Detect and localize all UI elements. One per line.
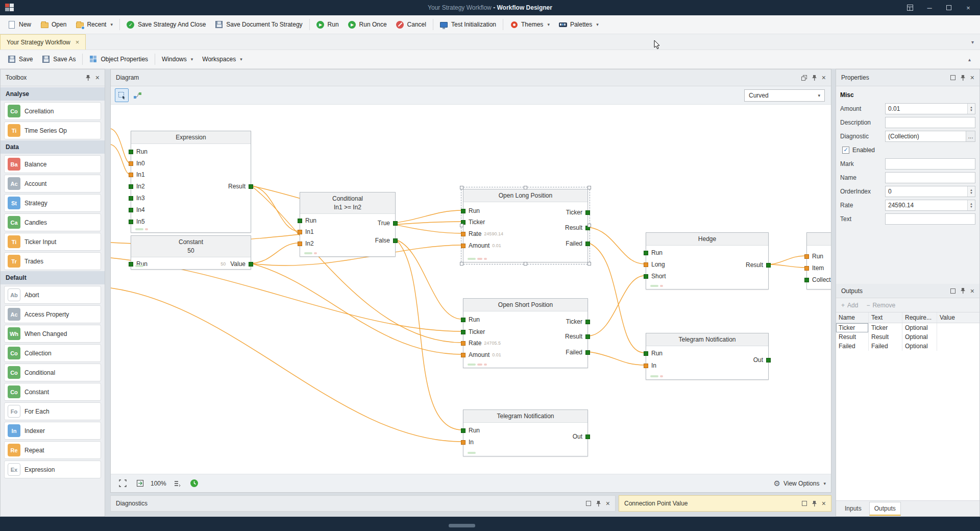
selection-handle[interactable] [587, 224, 591, 227]
node-partial-right[interactable]: Run Item Collect [806, 232, 831, 289]
app-logo-icon[interactable] [5, 4, 14, 12]
selection-handle[interactable] [587, 262, 591, 266]
cell-name[interactable]: Ticker [836, 323, 869, 332]
input-port-run[interactable]: Run [461, 426, 483, 435]
document-tab[interactable]: Your Strategy Workflow × [0, 34, 86, 50]
cell-require[interactable]: Optional [902, 332, 937, 342]
pin-icon[interactable] [812, 75, 817, 81]
cell-require[interactable]: Optional [902, 342, 937, 351]
tab-outputs[interactable]: Outputs [869, 502, 901, 516]
output-port-result[interactable]: Result [562, 224, 590, 232]
toolbox-item-access-property[interactable]: AcAccess Property [4, 305, 101, 323]
run-button[interactable]: Run [312, 17, 344, 32]
cell-value[interactable] [937, 342, 979, 351]
input-port-in[interactable]: In [461, 438, 477, 446]
input-port-in5[interactable]: In5 [129, 218, 148, 226]
close-button[interactable]: × [960, 2, 977, 14]
rate-field[interactable]: 24590.14▲▼ [885, 200, 975, 211]
selection-handle[interactable] [460, 186, 463, 189]
input-port-item[interactable]: Item [804, 264, 827, 272]
pin-icon[interactable] [812, 500, 817, 507]
ellipsis-button[interactable]: ... [966, 131, 975, 141]
diagnostic-field[interactable]: (Collection)... [885, 131, 975, 142]
pin-icon[interactable] [960, 75, 966, 81]
toolbox-item-collection[interactable]: CoCollection [4, 344, 101, 362]
toolbox-item-corellation[interactable]: CoCorellation [4, 102, 101, 120]
node-expression[interactable]: Expression Run In0 In1 In2 In3 In4 In5 R… [131, 131, 251, 233]
toolbox-section-default[interactable]: Default [1, 271, 105, 284]
save-document-to-strategy-button[interactable]: Save Document To Strategy [210, 17, 307, 32]
node-open-short-position[interactable]: Open Short Position Run Ticker Rate24705… [463, 298, 588, 368]
input-port-in0[interactable]: In0 [129, 159, 148, 167]
column-header-require[interactable]: Require... [902, 312, 937, 323]
float-window-icon[interactable] [801, 75, 807, 81]
save-strategy-and-close-button[interactable]: ✓Save Strategy And Close [122, 17, 210, 32]
node-telegram-notification-bottom[interactable]: Telegram Notification Run In Out [463, 409, 588, 456]
input-port-in1[interactable]: In1 [298, 228, 317, 236]
output-port-failed[interactable]: Failed [562, 239, 590, 248]
zoom-presets-button[interactable] [170, 477, 184, 490]
toolbox-item-candles[interactable]: CaCandles [4, 213, 101, 231]
pin-icon[interactable] [960, 287, 966, 294]
table-row[interactable]: Ticker Ticker Optional [836, 323, 979, 332]
fit-page-button[interactable] [133, 477, 146, 490]
toolbox-item-constant[interactable]: CoConstant [4, 383, 101, 401]
output-port-result[interactable]: Result [743, 261, 771, 269]
spinner-icon[interactable]: ▲▼ [967, 200, 975, 210]
line-style-select[interactable]: Curved ▾ [744, 89, 825, 102]
themes-dropdown[interactable]: Themes▾ [505, 17, 554, 32]
input-port-run[interactable]: Run [461, 207, 483, 215]
input-port-in2[interactable]: In2 [298, 239, 317, 248]
toolbox-item-account[interactable]: AcAccount [4, 175, 101, 192]
layout-grid-icon[interactable] [901, 2, 919, 14]
maximize-panel-icon[interactable] [950, 288, 955, 294]
column-header-text[interactable]: Text [869, 312, 902, 323]
input-port-ticker[interactable]: Ticker [461, 218, 488, 226]
cell-require[interactable]: Optional [902, 323, 937, 332]
maximize-panel-icon[interactable] [802, 501, 807, 506]
cell-text[interactable]: Ticker [869, 323, 902, 332]
close-icon[interactable]: × [970, 74, 974, 81]
input-port-run[interactable]: Run [298, 216, 320, 225]
diagram-canvas[interactable]: Expression Run In0 In1 In2 In3 In4 In5 R… [111, 105, 831, 474]
history-clock-icon[interactable] [188, 477, 201, 490]
description-field[interactable] [885, 117, 975, 128]
input-port-in1[interactable]: In1 [129, 171, 148, 179]
output-port-false[interactable]: False [372, 236, 398, 245]
orderindex-field[interactable]: 0▲▼ [885, 186, 975, 197]
input-port-long[interactable]: Long [644, 260, 668, 269]
input-port-short[interactable]: Short [644, 272, 669, 280]
toolbox-section-analyse[interactable]: Analyse [1, 87, 105, 101]
input-port-amount[interactable]: Amount0.01 [461, 242, 501, 250]
cell-text[interactable]: Result [869, 332, 902, 342]
selection-handle[interactable] [524, 262, 527, 266]
object-properties-button[interactable]: Object Properties [85, 52, 153, 66]
node-open-long-position[interactable]: Open Long Position Run Ticker Rate24590.… [463, 189, 588, 262]
add-output-button[interactable]: +Add [841, 302, 858, 309]
close-icon[interactable]: × [822, 74, 826, 81]
spinner-icon[interactable]: ▲▼ [967, 186, 975, 197]
spinner-icon[interactable]: ▲▼ [967, 104, 975, 114]
output-port-out[interactable]: Out [570, 432, 590, 441]
tab-inputs[interactable]: Inputs [840, 502, 866, 515]
selection-handle[interactable] [524, 186, 527, 189]
column-header-value[interactable]: Value [937, 312, 979, 323]
name-field[interactable] [885, 172, 975, 183]
maximize-panel-icon[interactable] [950, 75, 955, 80]
toolbox-item-ticker-input[interactable]: TiTicker Input [4, 233, 101, 251]
cell-name[interactable]: Failed [836, 342, 869, 351]
diagnostics-panel-header[interactable]: Diagnostics × [110, 495, 616, 512]
close-icon[interactable]: × [970, 287, 974, 295]
output-port-value[interactable]: Value50 [220, 260, 253, 268]
input-port-rate[interactable]: Rate24590.14 [461, 230, 503, 238]
toolbox-item-indexer[interactable]: InIndexer [4, 422, 101, 440]
pin-icon[interactable] [85, 75, 91, 81]
table-row[interactable]: Result Result Optional [836, 332, 979, 342]
selection-handle[interactable] [587, 186, 591, 189]
input-port-collect[interactable]: Collect [804, 276, 831, 284]
view-options-dropdown[interactable]: ⚙ View Options ▾ [774, 479, 826, 488]
output-port-true[interactable]: True [375, 219, 398, 227]
cancel-button[interactable]: Cancel [391, 17, 431, 32]
maximize-button[interactable] [940, 2, 958, 14]
toolbox-section-data[interactable]: Data [1, 140, 105, 154]
